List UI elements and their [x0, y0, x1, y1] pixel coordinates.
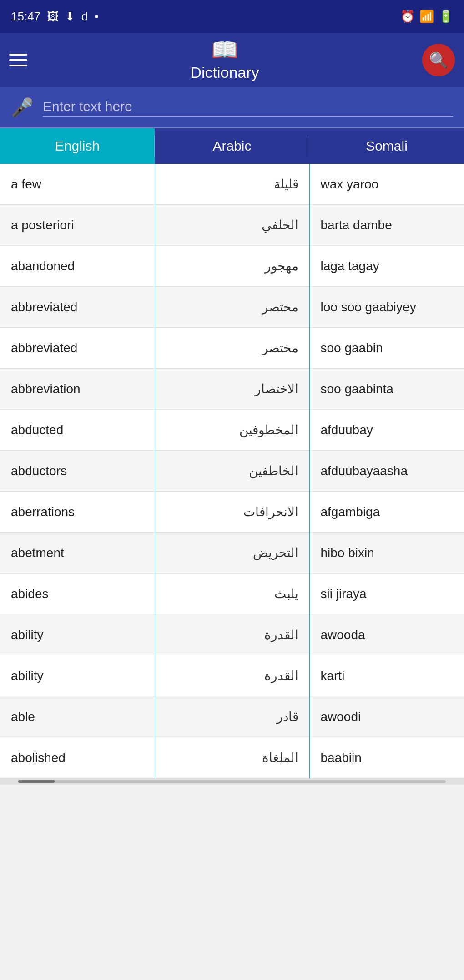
cell-arabic: قادر: [155, 696, 309, 737]
table-row[interactable]: abilityالقدرةawooda: [0, 614, 464, 655]
table-row[interactable]: abductedالمخطوفينafduubay: [0, 410, 464, 451]
cell-arabic: الخاطفين: [155, 451, 309, 492]
cell-arabic: القدرة: [155, 614, 309, 655]
cell-arabic: مهجور: [155, 246, 309, 287]
cell-english: abbreviated: [0, 328, 155, 369]
cell-english: abides: [0, 574, 155, 614]
table-row[interactable]: abbreviationالاختصارsoo gaabinta: [0, 369, 464, 410]
col-header-somali[interactable]: Somali: [309, 128, 464, 164]
cell-english: abbreviation: [0, 369, 155, 410]
table-row[interactable]: abandonedمهجورlaga tagay: [0, 246, 464, 287]
cell-somali: soo gaabinta: [309, 369, 464, 410]
cell-somali: hibo bixin: [309, 533, 464, 574]
cell-english: abetment: [0, 533, 155, 574]
status-bar: 15:47 🖼 ⬇ d • ⏰ 📶 🔋: [0, 0, 464, 33]
cell-english: a few: [0, 164, 155, 205]
cell-english: abducted: [0, 410, 155, 451]
cell-arabic: قليلة: [155, 164, 309, 205]
image-icon: 🖼: [47, 10, 59, 24]
search-bar: 🎤: [0, 87, 464, 128]
cell-somali: baabiin: [309, 737, 464, 778]
cell-somali: awooda: [309, 614, 464, 655]
cell-somali: wax yaroo: [309, 164, 464, 205]
cell-somali: loo soo gaabiyey: [309, 287, 464, 328]
col-header-arabic[interactable]: Arabic: [155, 128, 309, 164]
cell-somali: afduubayaasha: [309, 451, 464, 492]
menu-button[interactable]: [9, 54, 27, 66]
col-header-english[interactable]: English: [0, 128, 155, 164]
cell-arabic: الخلفي: [155, 205, 309, 246]
table-row[interactable]: ableقادرawoodi: [0, 696, 464, 737]
table-row[interactable]: abolishedالملغاةbaabiin: [0, 737, 464, 778]
table-row[interactable]: aberrationsالانحرافاتafgambiga: [0, 492, 464, 533]
cell-somali: afgambiga: [309, 492, 464, 533]
table-row[interactable]: abbreviatedمختصرloo soo gaabiyey: [0, 287, 464, 328]
cell-english: ability: [0, 614, 155, 655]
microphone-icon[interactable]: 🎤: [11, 97, 34, 118]
scrollbar-thumb[interactable]: [18, 780, 55, 783]
cell-arabic: المخطوفين: [155, 410, 309, 451]
search-input[interactable]: [43, 99, 453, 117]
cell-somali: karti: [309, 655, 464, 696]
cell-english: aberrations: [0, 492, 155, 533]
table-row[interactable]: abetmentالتحريضhibo bixin: [0, 533, 464, 574]
cell-arabic: مختصر: [155, 287, 309, 328]
cell-somali: laga tagay: [309, 246, 464, 287]
table-row[interactable]: abidesيلبثsii jiraya: [0, 574, 464, 614]
cell-english: ability: [0, 655, 155, 696]
table-row[interactable]: abbreviatedمختصرsoo gaabin: [0, 328, 464, 369]
cell-arabic: الاختصار: [155, 369, 309, 410]
battery-icon: 🔋: [439, 10, 453, 24]
table-row[interactable]: abductorsالخاطفينafduubayaasha: [0, 451, 464, 492]
app-title-section: 📖 Dictionary: [190, 39, 259, 81]
app-title: Dictionary: [190, 64, 259, 81]
cell-somali: barta dambe: [309, 205, 464, 246]
cell-somali: soo gaabin: [309, 328, 464, 369]
status-left: 15:47 🖼 ⬇ d •: [11, 10, 99, 24]
cell-english: a posteriori: [0, 205, 155, 246]
cell-english: abductors: [0, 451, 155, 492]
dot-icon: •: [95, 10, 99, 24]
status-time: 15:47: [11, 10, 40, 24]
d-icon: d: [81, 10, 88, 24]
cell-somali: sii jiraya: [309, 574, 464, 614]
cell-arabic: القدرة: [155, 655, 309, 696]
scrollbar-area[interactable]: [0, 778, 464, 785]
cell-arabic: الانحرافات: [155, 492, 309, 533]
signal-icon: 📶: [419, 10, 434, 24]
cell-english: abandoned: [0, 246, 155, 287]
cell-arabic: الملغاة: [155, 737, 309, 778]
search-icon-button[interactable]: [422, 44, 455, 76]
table-row[interactable]: abilityالقدرةkarti: [0, 655, 464, 696]
download-icon: ⬇: [65, 10, 75, 24]
table-row[interactable]: a fewقليلةwax yaroo: [0, 164, 464, 205]
status-right: ⏰ 📶 🔋: [400, 10, 453, 24]
cell-english: abolished: [0, 737, 155, 778]
cell-somali: awoodi: [309, 696, 464, 737]
table-row[interactable]: a posterioriالخلفيbarta dambe: [0, 205, 464, 246]
cell-arabic: يلبث: [155, 574, 309, 614]
cell-arabic: مختصر: [155, 328, 309, 369]
scrollbar-track[interactable]: [18, 780, 446, 783]
alarm-icon: ⏰: [400, 10, 415, 24]
cell-somali: afduubay: [309, 410, 464, 451]
cell-english: able: [0, 696, 155, 737]
column-headers: English Arabic Somali: [0, 128, 464, 164]
cell-arabic: التحريض: [155, 533, 309, 574]
top-bar: 📖 Dictionary: [0, 33, 464, 87]
dictionary-table: a fewقليلةwax yarooa posterioriالخلفيbar…: [0, 164, 464, 778]
cell-english: abbreviated: [0, 287, 155, 328]
book-icon: 📖: [211, 39, 238, 61]
